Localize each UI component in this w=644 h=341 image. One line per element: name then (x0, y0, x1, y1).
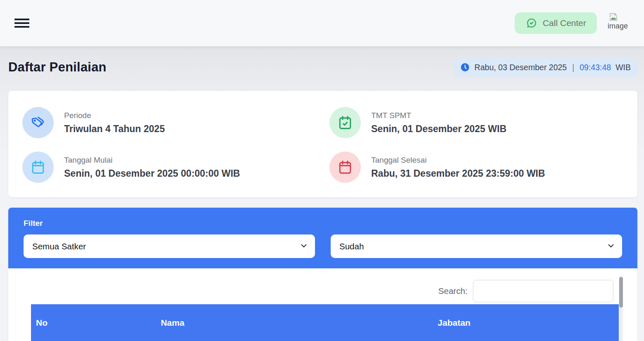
satker-select-wrap: Semua Satker (24, 234, 315, 258)
info-label: TMT SPMT (371, 111, 506, 120)
topbar-right: Call Center image (515, 12, 631, 35)
calendar-check-icon (329, 107, 361, 138)
call-center-button[interactable]: Call Center (515, 12, 597, 34)
info-text: TMT SPMT Senin, 01 Desember 2025 WIB (371, 111, 506, 135)
table-card-body: Search: No Nama Jabatan (8, 268, 637, 341)
period-info-card: Periode Triwulan 4 Tahun 2025 TMT SPMT S… (8, 91, 637, 197)
search-row: Search: (31, 280, 613, 302)
info-item-periode: Periode Triwulan 4 Tahun 2025 (22, 107, 329, 138)
info-value: Rabu, 31 Desember 2025 23:59:00 WIB (371, 168, 545, 179)
table-header-row: No Nama Jabatan (31, 304, 619, 341)
table-scrollbar[interactable] (619, 276, 623, 341)
satker-select[interactable]: Semua Satker (24, 234, 315, 258)
info-item-tanggal-selesai: Tanggal Selesai Rabu, 31 Desember 2025 2… (329, 152, 637, 183)
datetime-separator: | (571, 63, 575, 72)
call-center-label: Call Center (543, 18, 586, 28)
info-text: Tanggal Mulai Senin, 01 Desember 2025 00… (64, 156, 240, 179)
info-value: Senin, 01 Desember 2025 00:00:00 WIB (64, 168, 240, 179)
avatar-alt-text: image (608, 22, 631, 31)
info-text: Periode Triwulan 4 Tahun 2025 (64, 111, 165, 135)
user-avatar-broken-image[interactable]: image (608, 12, 631, 35)
info-label: Tanggal Mulai (64, 156, 240, 165)
status-select[interactable]: Sudah (331, 234, 622, 258)
hamburger-bar (14, 26, 29, 28)
table-header: No Nama Jabatan (31, 304, 619, 341)
chat-check-icon (525, 17, 538, 29)
info-value: Triwulan 4 Tahun 2025 (64, 123, 165, 135)
info-text: Tanggal Selesai Rabu, 31 Desember 2025 2… (371, 156, 545, 179)
time-text: 09:43:48 (580, 63, 611, 72)
filter-selects-row: Semua Satker Sudah (24, 234, 622, 258)
main-content: Daftar Penilaian Rabu, 03 Desember 2025 … (0, 46, 644, 341)
column-header-jabatan[interactable]: Jabatan (289, 304, 619, 341)
page-title: Daftar Penilaian (8, 60, 107, 75)
info-item-tmt-spmt: TMT SPMT Senin, 01 Desember 2025 WIB (329, 107, 637, 138)
calendar-icon (22, 152, 54, 183)
scrollbar-thumb[interactable] (619, 277, 623, 308)
info-value: Senin, 01 Desember 2025 WIB (371, 123, 506, 135)
penilaian-table: No Nama Jabatan (31, 304, 619, 341)
app-root: Call Center image Daftar Penilaian (0, 0, 644, 341)
hamburger-bar (14, 22, 29, 24)
date-text: Rabu, 03 Desember 2025 (475, 63, 567, 72)
status-select-wrap: Sudah (331, 234, 622, 258)
topbar: Call Center image (0, 0, 644, 46)
filter-panel: Filter Semua Satker (8, 208, 637, 268)
timezone-text: WIB (615, 63, 631, 72)
broken-image-icon (608, 12, 631, 21)
search-label: Search: (438, 286, 467, 296)
calendar-icon (329, 152, 361, 183)
hamburger-bar (14, 19, 29, 20)
search-input[interactable] (473, 280, 613, 302)
clock-icon (460, 62, 470, 72)
tags-icon (22, 107, 54, 138)
column-header-no[interactable]: No (31, 304, 56, 341)
hamburger-menu-button[interactable] (14, 19, 30, 28)
column-header-nama[interactable]: Nama (56, 304, 289, 341)
datetime-badge: Rabu, 03 Desember 2025 | 09:43:48 WIB (454, 58, 637, 77)
title-row: Daftar Penilaian Rabu, 03 Desember 2025 … (8, 55, 637, 79)
info-item-tanggal-mulai: Tanggal Mulai Senin, 01 Desember 2025 00… (22, 152, 329, 183)
info-label: Tanggal Selesai (371, 156, 545, 165)
filter-label: Filter (24, 219, 622, 228)
filter-table-card: Filter Semua Satker (8, 208, 637, 341)
info-label: Periode (64, 111, 165, 120)
